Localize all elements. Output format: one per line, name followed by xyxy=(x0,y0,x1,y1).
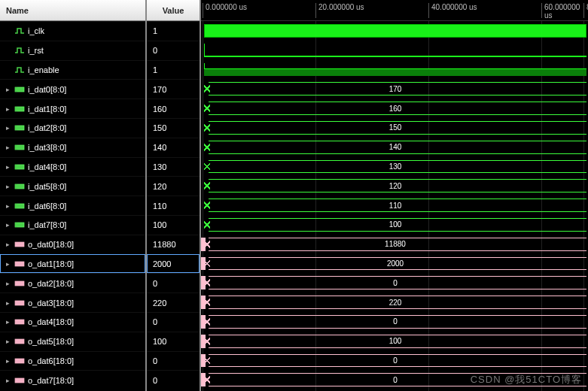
signal-value: 1 xyxy=(153,65,157,74)
waveform-row[interactable]: 130 xyxy=(201,157,588,177)
value-header[interactable]: Value xyxy=(147,0,200,21)
signal-value-row[interactable]: 2000 xyxy=(147,254,200,274)
signal-value-row[interactable]: 1 xyxy=(147,21,200,41)
waveform-row[interactable]: 110 xyxy=(201,196,588,215)
waveform-row[interactable]: 160 xyxy=(201,99,588,118)
signal-type-icon xyxy=(14,47,25,54)
bus-value-label: 150 xyxy=(204,121,586,135)
signal-type-icon xyxy=(14,260,25,268)
waveform-row[interactable]: 150 xyxy=(201,118,588,138)
expand-icon[interactable]: ▸ xyxy=(5,86,11,93)
signal-value-row[interactable]: 0 xyxy=(147,370,200,389)
signal-value-row[interactable]: 160 xyxy=(147,99,200,118)
waveform-row[interactable]: 0 xyxy=(201,351,588,371)
waveform-row[interactable]: 170 xyxy=(201,79,588,99)
expand-icon[interactable]: ▸ xyxy=(5,221,11,229)
signal-name-row[interactable]: ▸o_dat7[18:0] xyxy=(0,370,145,389)
expand-icon[interactable]: ▸ xyxy=(5,183,11,190)
signal-name-row[interactable]: ▸i_dat3[8:0] xyxy=(0,138,145,157)
signal-name-row[interactable]: ▸o_dat6[18:0] xyxy=(0,351,145,371)
signal-name-row[interactable]: ▸i_dat7[8:0] xyxy=(0,215,145,235)
expand-icon[interactable]: ▸ xyxy=(5,163,11,171)
signal-value-row[interactable]: 130 xyxy=(147,157,200,177)
waveform-row[interactable]: 140 xyxy=(201,138,588,157)
waveform-column[interactable]: 0.000000 us20.000000 us40.000000 us60.00… xyxy=(201,0,588,391)
signal-value-row[interactable]: 1 xyxy=(147,60,200,80)
signal-value-row[interactable]: 110 xyxy=(147,196,200,215)
expand-icon[interactable]: ▸ xyxy=(5,338,11,345)
svg-rect-5 xyxy=(15,126,17,130)
signal-value-row[interactable]: 120 xyxy=(147,176,200,196)
expand-icon[interactable]: ▸ xyxy=(5,318,11,326)
signal-value-row[interactable]: 100 xyxy=(147,332,200,351)
waveform-row[interactable]: 100 xyxy=(201,215,588,235)
waveform-row[interactable] xyxy=(201,21,588,41)
signal-value-row[interactable]: 11880 xyxy=(147,235,200,254)
signal-name-row[interactable]: i_clk xyxy=(0,21,145,41)
signal-name-row[interactable]: ▸o_dat0[18:0] xyxy=(0,235,145,254)
svg-rect-1 xyxy=(15,87,17,92)
expand-icon[interactable]: ▸ xyxy=(5,280,11,287)
signal-name: i_clk xyxy=(28,26,44,35)
expand-icon[interactable]: ▸ xyxy=(5,299,11,307)
signal-value-row[interactable]: 0 xyxy=(147,273,200,292)
time-ruler[interactable]: 0.000000 us20.000000 us40.000000 us60.00… xyxy=(201,0,588,21)
waveform-row[interactable]: 120 xyxy=(201,176,588,196)
svg-rect-19 xyxy=(15,262,17,266)
signal-name: o_dat6[18:0] xyxy=(28,356,74,365)
signal-value-row[interactable]: 150 xyxy=(147,118,200,138)
signal-value-row[interactable]: 170 xyxy=(147,79,200,99)
signal-name-row[interactable]: ▸i_dat6[8:0] xyxy=(0,196,145,215)
signal-name-row[interactable]: i_rst xyxy=(0,41,145,60)
signal-type-icon xyxy=(14,221,25,229)
signal-name-row[interactable]: ▸i_dat0[8:0] xyxy=(0,79,145,99)
bus-wave: 0 xyxy=(204,354,586,368)
signal-value: 130 xyxy=(153,162,166,171)
expand-icon[interactable]: ▸ xyxy=(5,144,11,151)
signal-name-row[interactable]: ▸o_dat3[18:0] xyxy=(0,292,145,312)
waveform-row[interactable] xyxy=(201,60,588,80)
signal-name-row[interactable]: ▸i_dat5[8:0] xyxy=(0,176,145,196)
expand-icon[interactable]: ▸ xyxy=(5,377,11,384)
signal-value-row[interactable]: 140 xyxy=(147,138,200,157)
signal-name-row[interactable]: ▸i_dat1[8:0] xyxy=(0,99,145,118)
svg-rect-7 xyxy=(15,145,17,150)
signal-name-row[interactable]: ▸o_dat4[18:0] xyxy=(0,312,145,332)
waveform-row[interactable]: 11880 xyxy=(201,235,588,254)
value-column: Value 1011701601501401301201101001188020… xyxy=(147,0,201,391)
waveform-row[interactable]: 0 xyxy=(201,370,588,389)
waveform-row[interactable]: 0 xyxy=(201,273,588,292)
signal-name-row[interactable]: ▸i_dat2[8:0] xyxy=(0,118,145,138)
svg-rect-21 xyxy=(15,281,17,286)
signal-value-row[interactable]: 0 xyxy=(147,351,200,371)
bus-wave: 0 xyxy=(204,276,586,289)
svg-rect-13 xyxy=(15,204,17,208)
expand-icon[interactable]: ▸ xyxy=(5,241,11,248)
signal-type-icon xyxy=(14,299,25,307)
name-header[interactable]: Name xyxy=(0,0,145,21)
expand-icon[interactable]: ▸ xyxy=(5,357,11,365)
signal-value-row[interactable]: 220 xyxy=(147,292,200,312)
waveform-row[interactable]: 2000 xyxy=(201,254,588,274)
signal-value-row[interactable]: 100 xyxy=(147,215,200,235)
waveform-row[interactable] xyxy=(201,41,588,60)
signal-type-icon xyxy=(14,183,25,190)
signal-name-row[interactable]: ▸o_dat5[18:0] xyxy=(0,332,145,351)
signal-name-row[interactable]: ▸i_dat4[8:0] xyxy=(0,157,145,177)
waveform-row[interactable]: 0 xyxy=(201,312,588,332)
signal-type-icon xyxy=(14,280,25,287)
waveform-row[interactable]: 220 xyxy=(201,292,588,312)
expand-icon[interactable]: ▸ xyxy=(5,105,11,113)
signal-value-row[interactable]: 0 xyxy=(147,41,200,60)
signal-name-row[interactable]: ▸o_dat2[18:0] xyxy=(0,273,145,292)
expand-icon[interactable]: ▸ xyxy=(5,202,11,210)
signal-name-row[interactable]: ▸o_dat1[18:0] xyxy=(0,254,145,274)
signal-name: i_dat7[8:0] xyxy=(28,220,66,229)
signal-name-row[interactable]: i_enable xyxy=(0,60,145,80)
signal-value: 100 xyxy=(153,220,166,229)
expand-icon[interactable]: ▸ xyxy=(5,260,11,268)
expand-icon[interactable]: ▸ xyxy=(5,124,11,132)
signal-value: 1 xyxy=(153,26,157,35)
signal-value-row[interactable]: 0 xyxy=(147,312,200,332)
waveform-row[interactable]: 100 xyxy=(201,332,588,351)
